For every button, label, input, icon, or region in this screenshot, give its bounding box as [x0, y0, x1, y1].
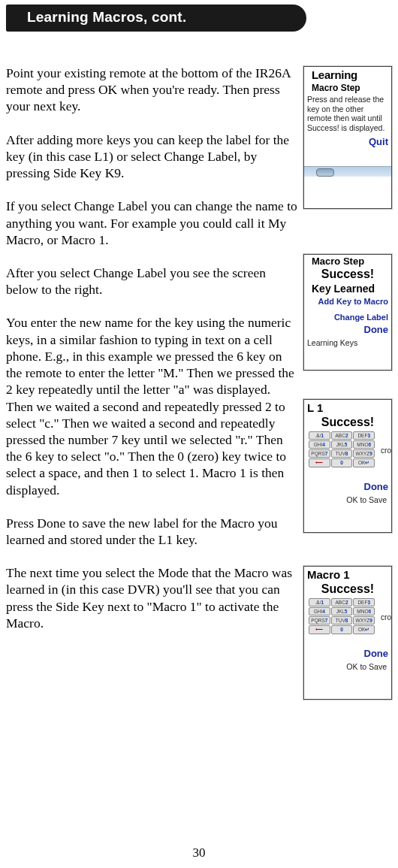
screenshot-key-learned: Macro Step Success! Key Learned Add Key …: [303, 254, 392, 370]
paragraph: The next time you select the Mode that t…: [6, 564, 299, 631]
key-learned-text: Key Learned: [304, 282, 391, 295]
paragraph: After adding more keys you can keep the …: [6, 132, 299, 182]
cro-text: cro: [378, 597, 391, 622]
done-link: Done: [304, 322, 391, 336]
success-text: Success!: [304, 268, 391, 282]
paragraph: Press Done to save the new label for the…: [6, 515, 299, 548]
screenshot-quit-link: Quit: [304, 135, 391, 148]
screenshot-title: L 1: [304, 400, 391, 416]
screenshot-body-text: Press and release the key on the other r…: [304, 94, 391, 133]
learning-keys-text: Learning Keys: [304, 336, 391, 348]
cro-text: cro: [378, 430, 391, 455]
ok-to-save-text: OK to Save: [304, 493, 391, 505]
paragraph: If you select Change Label you can chang…: [6, 198, 299, 248]
success-text: Success!: [304, 582, 391, 597]
done-link: Done: [304, 646, 391, 660]
change-label-link: Change Label: [304, 311, 391, 322]
screenshot-learning-macro-step: Learning Macro Step Press and release th…: [303, 66, 392, 209]
text-column: Point your existing remote at the bottom…: [6, 65, 299, 700]
screenshots-column: Learning Macro Step Press and release th…: [303, 65, 392, 700]
screenshot-title: Macro 1: [304, 567, 391, 582]
paragraph: After you select Change Label you see th…: [6, 265, 299, 298]
screenshot-title: Macro Step: [304, 255, 391, 268]
done-link: Done: [304, 479, 391, 493]
page-number: 30: [0, 845, 398, 860]
screenshot-bottom-bar-icon: [304, 166, 391, 177]
keypad-icon: .&/1ABC2DEF3 GHI4JKL5MNO6 PQRS7TUV8WXYZ9…: [309, 431, 375, 467]
paragraph: Point your existing remote at the bottom…: [6, 65, 299, 115]
keypad-icon: .&/1ABC2DEF3 GHI4JKL5MNO6 PQRS7TUV8WXYZ9…: [309, 598, 375, 634]
success-text: Success!: [304, 416, 391, 430]
add-key-link: Add Key to Macro: [304, 295, 391, 307]
screenshot-l1-success: L 1 Success! .&/1ABC2DEF3 GHI4JKL5MNO6 P…: [303, 399, 392, 533]
paragraph: You enter the new name for the key using…: [6, 314, 299, 498]
screenshot-subtitle: Macro Step: [304, 82, 391, 94]
section-header: Learning Macros, cont.: [6, 5, 306, 32]
ok-to-save-text: OK to Save: [304, 660, 391, 672]
content-area: Point your existing remote at the bottom…: [6, 65, 392, 700]
screenshot-title: Learning: [304, 67, 391, 82]
screenshot-macro1-success: Macro 1 Success! .&/1ABC2DEF3 GHI4JKL5MN…: [303, 566, 392, 700]
